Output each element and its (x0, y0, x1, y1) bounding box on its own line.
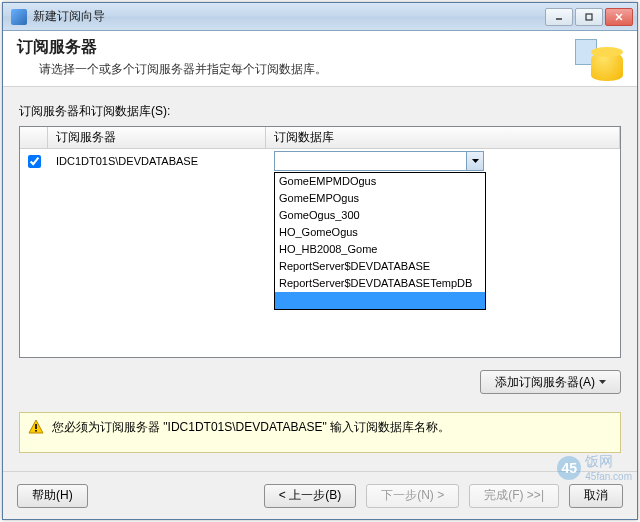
close-button[interactable] (605, 8, 633, 26)
window-title: 新建订阅向导 (33, 8, 545, 25)
wizard-icon (575, 37, 623, 81)
dropdown-option[interactable] (275, 292, 485, 309)
svg-rect-8 (35, 430, 37, 432)
cancel-button[interactable]: 取消 (569, 484, 623, 508)
row-checkbox[interactable] (28, 155, 41, 168)
table-row[interactable]: IDC1DT01S\DEVDATABASE GomeEMPMDOgusGomeE… (20, 149, 620, 173)
chevron-down-icon (472, 159, 479, 163)
wizard-subtitle: 请选择一个或多个订阅服务器并指定每个订阅数据库。 (39, 61, 327, 78)
help-button[interactable]: 帮助(H) (17, 484, 88, 508)
column-database[interactable]: 订阅数据库 (266, 127, 620, 148)
database-input[interactable] (275, 152, 466, 170)
wizard-footer: 帮助(H) < 上一步(B) 下一步(N) > 完成(F) >>| 取消 (3, 471, 637, 519)
row-server-name: IDC1DT01S\DEVDATABASE (56, 155, 198, 167)
dropdown-option[interactable]: HO_HB2008_Gome (275, 241, 485, 258)
dropdown-option[interactable]: GomeEMPOgus (275, 190, 485, 207)
chevron-down-icon (599, 380, 606, 384)
warning-text: 您必须为订阅服务器 "IDC1DT01S\DEVDATABASE" 输入订阅数据… (52, 419, 450, 436)
dropdown-option[interactable]: GomeEMPMDOgus (275, 173, 485, 190)
wizard-title: 订阅服务器 (17, 37, 327, 58)
dropdown-option[interactable]: HO_GomeOgus (275, 224, 485, 241)
add-server-label: 添加订阅服务器(A) (495, 374, 595, 391)
warning-icon (28, 419, 44, 435)
database-dropdown[interactable]: GomeEMPMDOgusGomeEMPOgusGomeOgus_300HO_G… (274, 172, 486, 310)
dropdown-option[interactable]: GomeOgus_300 (275, 207, 485, 224)
next-button: 下一步(N) > (366, 484, 459, 508)
app-icon (11, 9, 27, 25)
column-check[interactable] (20, 127, 48, 148)
svg-rect-1 (586, 14, 592, 20)
subscriber-grid: 订阅服务器 订阅数据库 IDC1DT01S\DEVDATABASE GomeEM… (19, 126, 621, 358)
svg-marker-5 (599, 380, 606, 384)
wizard-header: 订阅服务器 请选择一个或多个订阅服务器并指定每个订阅数据库。 (3, 31, 637, 87)
combo-dropdown-button[interactable] (466, 152, 483, 170)
maximize-button[interactable] (575, 8, 603, 26)
minimize-button[interactable] (545, 8, 573, 26)
svg-rect-7 (35, 424, 37, 429)
svg-marker-4 (472, 159, 479, 163)
column-server[interactable]: 订阅服务器 (48, 127, 266, 148)
wizard-window: 新建订阅向导 订阅服务器 请选择一个或多个订阅服务器并指定每个订阅数据库。 订阅… (2, 2, 638, 520)
titlebar[interactable]: 新建订阅向导 (3, 3, 637, 31)
back-button[interactable]: < 上一步(B) (264, 484, 356, 508)
section-label: 订阅服务器和订阅数据库(S): (19, 103, 621, 120)
warning-box: 您必须为订阅服务器 "IDC1DT01S\DEVDATABASE" 输入订阅数据… (19, 412, 621, 453)
grid-header: 订阅服务器 订阅数据库 (20, 127, 620, 149)
add-server-button[interactable]: 添加订阅服务器(A) (480, 370, 621, 394)
dropdown-option[interactable]: ReportServer$DEVDATABASE (275, 258, 485, 275)
dropdown-option[interactable]: ReportServer$DEVDATABASETempDB (275, 275, 485, 292)
database-combo[interactable]: GomeEMPMDOgusGomeEMPOgusGomeOgus_300HO_G… (274, 151, 484, 171)
wizard-body: 订阅服务器和订阅数据库(S): 订阅服务器 订阅数据库 IDC1DT01S\DE… (3, 87, 637, 471)
finish-button: 完成(F) >>| (469, 484, 559, 508)
